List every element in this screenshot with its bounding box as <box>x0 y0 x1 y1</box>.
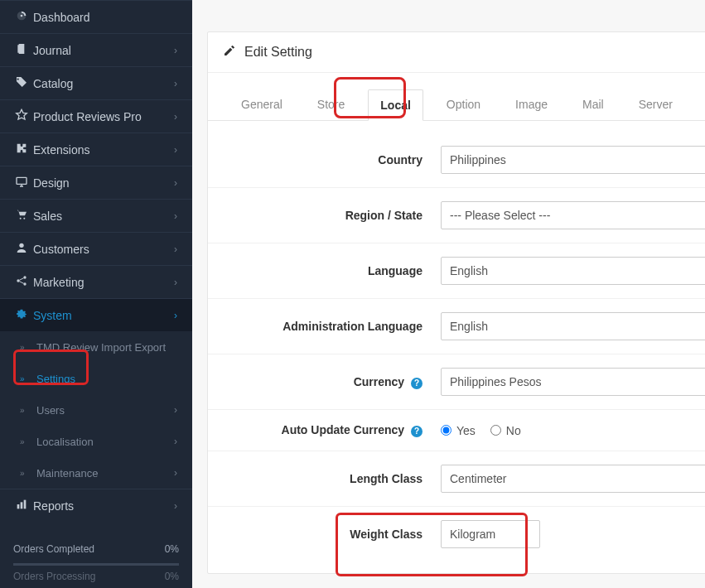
admin-language-label: Administration Language <box>229 320 441 333</box>
tab-general[interactable]: General <box>229 89 294 120</box>
language-select[interactable]: English <box>441 257 705 285</box>
sidebar-sub-label: Localisation <box>36 436 174 448</box>
weight-class-select[interactable]: Kilogram <box>441 520 540 548</box>
sidebar-item-reports[interactable]: Reports › <box>0 489 192 522</box>
double-chevron-icon: » <box>20 406 36 415</box>
stat-value: 0% <box>165 543 179 555</box>
svg-point-3 <box>20 218 22 219</box>
sidebar-subitem-localisation[interactable]: » Localisation › <box>0 426 192 457</box>
length-class-select[interactable]: Centimeter <box>441 465 705 493</box>
tab-store[interactable]: Store <box>306 89 356 120</box>
monitor-icon <box>15 175 33 190</box>
sidebar-subitem-settings[interactable]: » Settings <box>0 363 192 394</box>
form-row-language: Language English <box>208 243 705 299</box>
form-row-admin-language: Administration Language English <box>208 299 705 354</box>
tab-option[interactable]: Option <box>435 89 492 120</box>
svg-point-7 <box>23 276 26 278</box>
tag-icon <box>15 75 33 91</box>
weight-class-label: Weight Class <box>229 528 441 541</box>
svg-point-8 <box>23 282 26 285</box>
tabs: General Store Local Option Image Mail Se… <box>208 73 705 121</box>
form-row-country: Country Philippines <box>208 133 705 188</box>
main-content: Edit Setting General Store Local Option … <box>192 0 705 588</box>
auto-update-label: Auto Update Currency ? <box>229 423 441 437</box>
user-icon <box>15 241 33 257</box>
star-icon <box>15 108 33 124</box>
sidebar-item-catalog[interactable]: Catalog › <box>0 66 192 99</box>
sidebar-label: System <box>33 309 174 322</box>
form-row-currency: Currency ? Philippines Pesos <box>208 354 705 410</box>
sidebar-item-sales[interactable]: Sales › <box>0 199 192 232</box>
auto-update-yes[interactable]: Yes <box>441 424 476 437</box>
sidebar-subitem-tmd-review[interactable]: » TMD Review Import Export <box>0 331 192 363</box>
country-select[interactable]: Philippines <box>441 146 705 174</box>
help-icon[interactable]: ? <box>411 426 423 437</box>
form-row-region: Region / State --- Please Select --- <box>208 188 705 243</box>
region-label: Region / State <box>229 209 441 222</box>
sidebar-stats: Orders Completed 0% Orders Processing 0% <box>13 538 179 587</box>
pencil-icon <box>223 44 236 60</box>
sidebar-subitem-maintenance[interactable]: » Maintenance › <box>0 457 192 489</box>
length-class-label: Length Class <box>229 472 441 485</box>
sidebar: Dashboard Journal › Catalog › Product Re… <box>0 0 192 588</box>
sidebar-item-system[interactable]: System › <box>0 298 192 331</box>
chevron-right-icon: › <box>174 210 177 222</box>
svg-point-1 <box>21 15 23 17</box>
double-chevron-icon: » <box>20 374 36 383</box>
cart-icon <box>15 208 33 224</box>
stat-label: Orders Processing <box>13 571 95 582</box>
gear-icon <box>15 307 33 323</box>
chevron-right-icon: › <box>174 467 177 479</box>
sidebar-label: Marketing <box>33 276 174 289</box>
sidebar-item-extensions[interactable]: Extensions › <box>0 133 192 166</box>
country-label: Country <box>229 153 441 166</box>
sidebar-item-design[interactable]: Design › <box>0 166 192 199</box>
auto-update-no[interactable]: No <box>490 424 521 437</box>
sidebar-label: Extensions <box>33 143 174 157</box>
sidebar-label: Dashboard <box>33 11 177 24</box>
settings-panel: Edit Setting General Store Local Option … <box>207 31 705 574</box>
radio-no[interactable] <box>490 425 501 436</box>
sidebar-item-product-reviews-pro[interactable]: Product Reviews Pro › <box>0 99 192 133</box>
sidebar-sub-label: TMD Review Import Export <box>36 341 177 354</box>
stat-row: Orders Processing 0% <box>13 566 179 587</box>
chevron-right-icon: › <box>174 177 177 189</box>
sidebar-label: Sales <box>33 210 174 223</box>
panel-title: Edit Setting <box>244 45 312 60</box>
form-row-auto-update: Auto Update Currency ? Yes No <box>208 410 705 451</box>
sidebar-label: Product Reviews Pro <box>33 110 174 123</box>
tab-mail[interactable]: Mail <box>571 89 616 120</box>
tab-local[interactable]: Local <box>368 89 423 121</box>
admin-language-select[interactable]: English <box>441 312 705 340</box>
language-label: Language <box>229 264 441 277</box>
double-chevron-icon: » <box>20 343 36 352</box>
sidebar-item-marketing[interactable]: Marketing › <box>0 265 192 298</box>
currency-select[interactable]: Philippines Pesos <box>441 368 705 396</box>
tab-server[interactable]: Server <box>627 89 684 120</box>
sidebar-item-customers[interactable]: Customers › <box>0 232 192 265</box>
help-icon[interactable]: ? <box>411 378 423 389</box>
sidebar-item-dashboard[interactable]: Dashboard <box>0 0 192 33</box>
radio-yes[interactable] <box>441 425 451 436</box>
sidebar-label: Journal <box>33 44 174 57</box>
reports-icon <box>15 498 33 513</box>
panel-header: Edit Setting <box>208 32 705 73</box>
share-icon <box>15 274 33 290</box>
double-chevron-icon: » <box>20 437 36 446</box>
svg-point-4 <box>23 218 25 219</box>
sidebar-item-journal[interactable]: Journal › <box>0 33 192 66</box>
sidebar-sub-label: Settings <box>36 373 177 385</box>
svg-rect-2 <box>17 177 27 184</box>
sidebar-subitem-users[interactable]: » Users › <box>0 394 192 426</box>
sidebar-sub-label: Users <box>36 404 174 417</box>
svg-rect-11 <box>24 500 27 509</box>
chevron-right-icon: › <box>174 45 177 56</box>
svg-point-5 <box>19 243 23 248</box>
svg-rect-9 <box>17 504 20 508</box>
region-select[interactable]: --- Please Select --- <box>441 201 705 229</box>
double-chevron-icon: » <box>20 469 36 478</box>
svg-point-6 <box>17 279 19 282</box>
svg-rect-10 <box>21 502 23 508</box>
tab-image[interactable]: Image <box>504 89 559 120</box>
stat-label: Orders Completed <box>13 543 94 555</box>
